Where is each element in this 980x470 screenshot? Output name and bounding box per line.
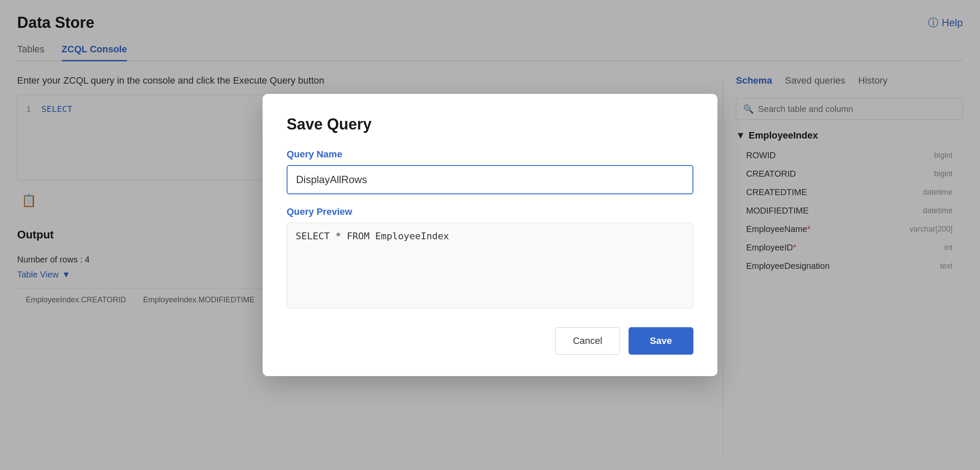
modal-actions: Cancel Save (287, 327, 693, 355)
query-name-input[interactable] (287, 165, 693, 194)
query-name-field: Query Name (287, 149, 693, 194)
save-button[interactable]: Save (629, 327, 693, 355)
cancel-button[interactable]: Cancel (555, 327, 620, 355)
query-name-label: Query Name (287, 149, 693, 160)
modal-overlay: Save Query Query Name Query Preview Canc… (0, 0, 980, 470)
query-preview-field: Query Preview (287, 206, 693, 310)
query-preview-textarea[interactable] (287, 223, 693, 308)
query-preview-label: Query Preview (287, 206, 693, 217)
save-query-modal: Save Query Query Name Query Preview Canc… (263, 94, 717, 376)
modal-title: Save Query (287, 115, 693, 133)
